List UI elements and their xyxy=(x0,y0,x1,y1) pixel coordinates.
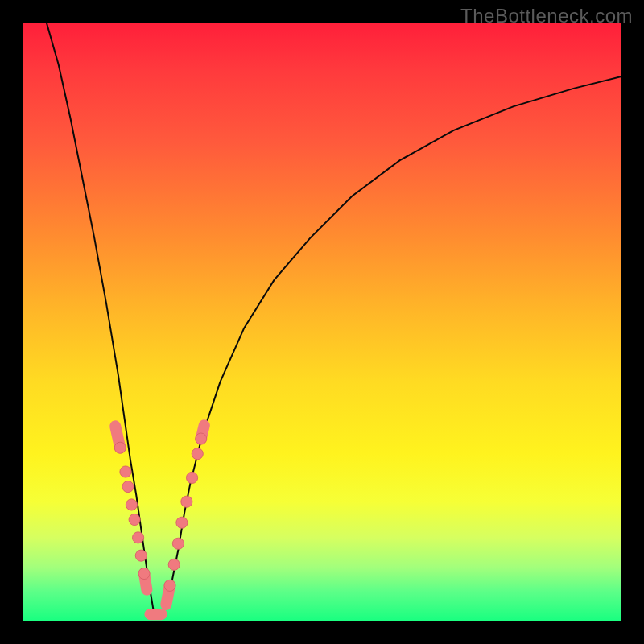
curve-marker xyxy=(176,517,188,528)
curve-layer xyxy=(23,23,621,621)
curve-marker xyxy=(168,559,180,570)
curve-marker xyxy=(126,499,137,510)
curve-marker xyxy=(133,532,144,543)
curve-marker xyxy=(196,433,207,444)
curve-marker xyxy=(120,466,131,477)
curve-marker xyxy=(164,580,175,591)
curve-marker xyxy=(135,550,147,561)
curve-marker xyxy=(172,538,184,549)
curve-marker xyxy=(114,442,126,453)
curve-marker xyxy=(122,481,134,493)
curve-marker xyxy=(129,514,140,525)
bottleneck-curve xyxy=(47,23,621,616)
plot-area xyxy=(23,23,621,621)
curve-marker xyxy=(181,496,192,507)
chart-stage: TheBottleneck.com xyxy=(0,0,644,644)
curve-marker xyxy=(138,568,150,579)
watermark-text: TheBottleneck.com xyxy=(460,5,633,27)
curve-marker xyxy=(192,448,203,460)
curve-marker xyxy=(186,472,197,483)
